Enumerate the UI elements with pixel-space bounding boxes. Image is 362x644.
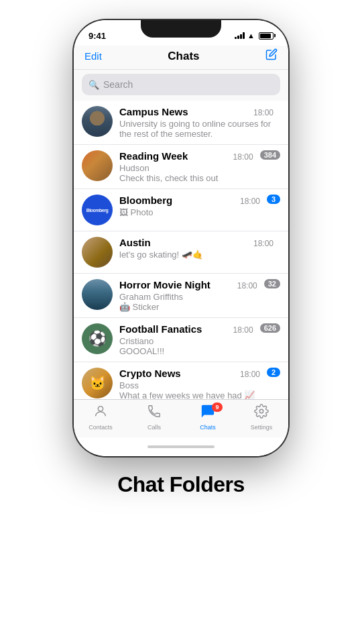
tab-calls[interactable]: Calls xyxy=(127,404,181,431)
tab-icon-calls xyxy=(147,404,162,423)
chat-preview-reading-week: Check this, check this out xyxy=(119,173,253,183)
tab-chats[interactable]: 9 Chats xyxy=(181,404,235,431)
avatar-reading-week xyxy=(82,150,113,181)
chat-item-bloomberg[interactable]: Bloomberg Bloomberg 18:00 🖼 Photo 3 xyxy=(74,189,288,231)
chat-top-row-horror-movie-night: Horror Movie Night 18:00 xyxy=(119,279,257,290)
notch xyxy=(141,20,221,38)
chat-sender-horror-movie-night: Graham Griffiths xyxy=(119,292,257,302)
compose-button[interactable] xyxy=(265,48,278,64)
chat-right-crypto-news: 2 xyxy=(267,368,280,377)
chat-time-austin: 18:00 xyxy=(253,239,274,248)
tab-contacts[interactable]: Contacts xyxy=(74,404,127,431)
chat-right-horror-movie-night: 32 xyxy=(264,279,280,288)
svg-point-1 xyxy=(259,409,263,413)
chat-preview-football-fanatics: GOOOAL!!! xyxy=(119,346,253,356)
battery-icon xyxy=(259,32,274,40)
status-icons: ▲ xyxy=(235,32,274,40)
chat-sender-crypto-news: Boss xyxy=(119,380,260,390)
chat-top-row-football-fanatics: Football Fanatics 18:00 xyxy=(119,323,253,335)
search-placeholder: Search xyxy=(103,79,133,90)
badge-bloomberg: 3 xyxy=(267,195,280,204)
avatar-bloomberg: Bloomberg xyxy=(82,195,113,225)
screen: 9:41 ▲ Edit Chats xyxy=(74,20,288,456)
chat-top-row-austin: Austin 18:00 xyxy=(119,237,274,248)
chat-sender-reading-week: Hudson xyxy=(119,163,253,173)
chat-content-campus-news: Campus News 18:00 University is going to… xyxy=(119,106,274,139)
chat-name-crypto-news: Crypto News xyxy=(119,368,181,379)
chat-content-horror-movie-night: Horror Movie Night 18:00 Graham Griffith… xyxy=(119,279,257,312)
home-indicator xyxy=(74,437,288,456)
search-bar: 🔍 Search xyxy=(74,70,288,101)
status-time: 9:41 xyxy=(88,31,106,41)
tab-label-calls: Calls xyxy=(147,424,161,431)
tab-label-contacts: Contacts xyxy=(88,424,113,431)
tab-label-chats: Chats xyxy=(200,424,216,431)
chat-content-austin: Austin 18:00 let's go skating! 🛹🤙 xyxy=(119,237,274,260)
chat-name-bloomberg: Bloomberg xyxy=(119,195,172,206)
tab-bar: Contacts Calls 9 Chats Settings xyxy=(74,399,288,437)
chat-top-row-reading-week: Reading Week 18:00 xyxy=(119,150,253,162)
chat-right-bloomberg: 3 xyxy=(267,195,280,204)
chat-right-reading-week: 384 xyxy=(260,150,280,160)
chat-time-football-fanatics: 18:00 xyxy=(233,325,253,335)
avatar-horror-movie-night xyxy=(82,279,113,310)
chat-name-horror-movie-night: Horror Movie Night xyxy=(119,279,210,290)
chat-time-campus-news: 18:00 xyxy=(253,108,274,117)
chat-item-football-fanatics[interactable]: ⚽ Football Fanatics 18:00 Cristiano GOOO… xyxy=(74,318,288,362)
chat-item-crypto-news[interactable]: 🐱 Crypto News 18:00 Boss What a few week… xyxy=(74,362,288,399)
avatar-crypto-news: 🐱 xyxy=(82,368,113,398)
avatar-football-fanatics: ⚽ xyxy=(82,323,113,354)
chat-preview-bloomberg: 🖼 Photo xyxy=(119,207,260,217)
chat-top-row-bloomberg: Bloomberg 18:00 xyxy=(119,195,260,206)
avatar-austin xyxy=(82,237,113,268)
chat-item-reading-week[interactable]: Reading Week 18:00 Hudson Check this, ch… xyxy=(74,145,288,189)
search-input[interactable]: 🔍 Search xyxy=(82,74,280,95)
chat-right-football-fanatics: 626 xyxy=(260,323,280,333)
svg-point-0 xyxy=(98,407,103,411)
chat-top-row-campus-news: Campus News 18:00 xyxy=(119,106,274,117)
chat-preview-austin: let's go skating! 🛹🤙 xyxy=(119,250,274,260)
chat-time-bloomberg: 18:00 xyxy=(240,197,260,206)
chat-top-row-crypto-news: Crypto News 18:00 xyxy=(119,368,260,379)
chat-name-reading-week: Reading Week xyxy=(119,150,188,162)
chat-item-campus-news[interactable]: Campus News 18:00 University is going to… xyxy=(74,101,288,145)
badge-reading-week: 384 xyxy=(260,150,280,160)
search-icon: 🔍 xyxy=(88,80,99,90)
page-title: Chats xyxy=(168,50,199,63)
chat-content-bloomberg: Bloomberg 18:00 🖼 Photo xyxy=(119,195,260,217)
chat-time-crypto-news: 18:00 xyxy=(240,370,260,379)
chat-time-reading-week: 18:00 xyxy=(233,152,253,162)
chat-preview-crypto-news: What a few weeks we have had 📈 xyxy=(119,390,260,399)
chat-content-football-fanatics: Football Fanatics 18:00 Cristiano GOOOAL… xyxy=(119,323,253,356)
phone-shell: 9:41 ▲ Edit Chats xyxy=(74,20,288,456)
tab-icon-settings xyxy=(254,404,269,423)
chat-content-crypto-news: Crypto News 18:00 Boss What a few weeks … xyxy=(119,368,260,399)
chat-item-horror-movie-night[interactable]: Horror Movie Night 18:00 Graham Griffith… xyxy=(74,274,288,318)
chat-name-austin: Austin xyxy=(119,237,151,248)
chat-preview-campus-news: University is going to online courses fo… xyxy=(119,119,274,139)
chat-content-reading-week: Reading Week 18:00 Hudson Check this, ch… xyxy=(119,150,253,183)
chat-time-horror-movie-night: 18:00 xyxy=(237,281,257,290)
badge-crypto-news: 2 xyxy=(267,368,280,377)
chat-item-austin[interactable]: Austin 18:00 let's go skating! 🛹🤙 xyxy=(74,231,288,274)
tab-icon-contacts xyxy=(93,404,108,423)
badge-horror-movie-night: 32 xyxy=(264,279,280,288)
tab-settings[interactable]: Settings xyxy=(235,404,288,431)
chat-sender-football-fanatics: Cristiano xyxy=(119,336,253,346)
badge-football-fanatics: 626 xyxy=(260,323,280,333)
chat-name-campus-news: Campus News xyxy=(119,106,188,117)
bottom-title: Chat Folders xyxy=(117,472,245,497)
tab-label-settings: Settings xyxy=(251,424,273,431)
nav-header: Edit Chats xyxy=(74,46,288,70)
chat-list: Campus News 18:00 University is going to… xyxy=(74,101,288,399)
edit-button[interactable]: Edit xyxy=(84,50,102,62)
wifi-icon: ▲ xyxy=(247,32,255,40)
chat-name-football-fanatics: Football Fanatics xyxy=(119,323,202,335)
tab-badge-chats: 9 xyxy=(212,402,223,412)
signal-icon xyxy=(235,32,245,39)
chat-preview-horror-movie-night: 🤖 Sticker xyxy=(119,302,257,312)
avatar-campus-news xyxy=(82,106,113,137)
